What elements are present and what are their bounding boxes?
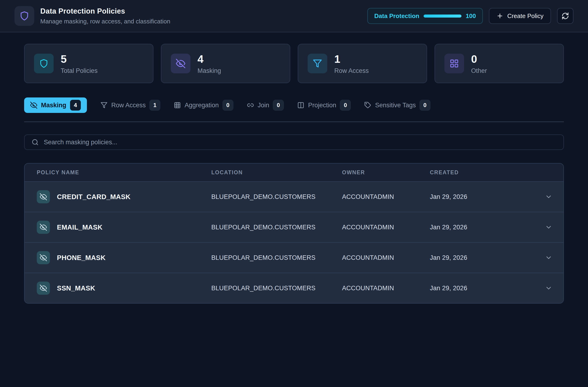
tag-icon xyxy=(364,102,371,109)
tab-count-badge: 0 xyxy=(340,100,351,110)
compliance-meter-fill xyxy=(423,15,462,18)
create-policy-label: Create Policy xyxy=(507,12,544,20)
tab-label: Join xyxy=(258,102,269,109)
tab-masking[interactable]: Masking 4 xyxy=(24,97,87,113)
column-owner: OWNER xyxy=(342,169,430,176)
chevron-down-icon[interactable] xyxy=(539,182,559,212)
tab-join[interactable]: Join 0 xyxy=(247,97,284,113)
stat-card-other: 0 Other xyxy=(435,44,564,83)
eye-off-icon xyxy=(171,54,190,73)
table-row[interactable]: PHONE_MASK BLUEPOLAR_DEMO.CUSTOMERS ACCO… xyxy=(25,242,563,273)
tab-label: Row Access xyxy=(111,102,146,109)
tab-sensitive-tags[interactable]: Sensitive Tags 0 xyxy=(364,97,430,113)
tab-row-access[interactable]: Row Access 1 xyxy=(101,97,160,113)
policy-created: Jan 29, 2026 xyxy=(430,254,539,261)
policy-owner: ACCOUNTADMIN xyxy=(342,193,430,200)
table-grid-icon xyxy=(174,102,181,109)
tab-projection[interactable]: Projection 0 xyxy=(297,97,351,113)
chevron-down-icon[interactable] xyxy=(539,273,559,303)
stat-card-row-access: 1 Row Access xyxy=(298,44,427,83)
eye-off-icon xyxy=(37,190,50,203)
policy-location: BLUEPOLAR_DEMO.CUSTOMERS xyxy=(211,193,342,200)
title-block: Data Protection Policies Manage masking,… xyxy=(40,7,170,25)
page-subtitle: Manage masking, row access, and classifi… xyxy=(40,18,170,25)
filter-icon xyxy=(101,102,107,109)
compliance-meter xyxy=(423,15,462,18)
search-bar xyxy=(24,134,564,150)
policy-name-cell: SSN_MASK xyxy=(37,281,211,295)
column-location: LOCATION xyxy=(211,169,342,176)
link-icon xyxy=(247,102,254,109)
eye-off-icon xyxy=(37,251,50,264)
stat-label: Masking xyxy=(197,67,221,74)
stat-label: Total Policies xyxy=(61,67,98,74)
tab-label: Masking xyxy=(41,102,66,109)
policy-name-cell: PHONE_MASK xyxy=(37,251,211,264)
chevron-down-icon[interactable] xyxy=(539,212,559,242)
policy-location: BLUEPOLAR_DEMO.CUSTOMERS xyxy=(211,254,342,261)
compliance-label: Data Protection xyxy=(374,12,419,20)
column-policy-name: POLICY NAME xyxy=(37,169,211,176)
eye-off-icon xyxy=(30,102,37,109)
table-row[interactable]: CREDIT_CARD_MASK BLUEPOLAR_DEMO.CUSTOMER… xyxy=(25,181,563,212)
create-policy-button[interactable]: Create Policy xyxy=(489,8,551,24)
policy-location: BLUEPOLAR_DEMO.CUSTOMERS xyxy=(211,285,342,292)
header: Data Protection Policies Manage masking,… xyxy=(0,0,588,32)
tab-count-badge: 1 xyxy=(149,100,160,110)
header-actions: Data Protection 100 Create Policy xyxy=(367,8,573,24)
policy-name: CREDIT_CARD_MASK xyxy=(57,193,130,201)
tabs-divider xyxy=(24,122,564,122)
search-input[interactable] xyxy=(44,139,556,146)
stat-value: 0 xyxy=(471,53,487,65)
grid-icon xyxy=(444,54,464,73)
stat-value: 5 xyxy=(61,53,98,65)
stat-label: Row Access xyxy=(334,67,369,74)
policy-owner: ACCOUNTADMIN xyxy=(342,285,430,292)
tab-label: Projection xyxy=(308,102,336,109)
tab-count-badge: 0 xyxy=(223,100,233,110)
page-title: Data Protection Policies xyxy=(40,7,170,16)
compliance-pill: Data Protection 100 xyxy=(367,8,483,24)
stat-text: 5 Total Policies xyxy=(61,53,98,74)
stats-grid: 5 Total Policies 4 Masking 1 xyxy=(24,44,564,83)
refresh-button[interactable] xyxy=(557,8,573,24)
stat-value: 4 xyxy=(197,53,221,65)
stat-card-total-policies: 5 Total Policies xyxy=(24,44,153,83)
stat-value: 1 xyxy=(334,53,369,65)
table-row[interactable]: EMAIL_MASK BLUEPOLAR_DEMO.CUSTOMERS ACCO… xyxy=(25,212,563,242)
policy-owner: ACCOUNTADMIN xyxy=(342,224,430,231)
chevron-down-icon[interactable] xyxy=(539,243,559,273)
table-header: POLICY NAME LOCATION OWNER CREATED xyxy=(25,164,563,181)
stat-text: 1 Row Access xyxy=(334,53,369,74)
tab-label: Aggregation xyxy=(185,102,219,109)
compliance-value: 100 xyxy=(466,12,476,20)
column-created: CREATED xyxy=(430,169,539,176)
table-row[interactable]: SSN_MASK BLUEPOLAR_DEMO.CUSTOMERS ACCOUN… xyxy=(25,273,563,303)
policy-name: SSN_MASK xyxy=(57,284,95,292)
policies-table: POLICY NAME LOCATION OWNER CREATED CREDI… xyxy=(24,163,564,304)
policy-name: PHONE_MASK xyxy=(57,254,106,262)
filter-icon xyxy=(308,54,327,73)
refresh-icon xyxy=(562,12,569,20)
policy-created: Jan 29, 2026 xyxy=(430,285,539,292)
policy-name: EMAIL_MASK xyxy=(57,223,103,231)
tab-aggregation[interactable]: Aggregation 0 xyxy=(174,97,233,113)
eye-off-icon xyxy=(37,281,50,295)
policy-owner: ACCOUNTADMIN xyxy=(342,254,430,261)
eye-off-icon xyxy=(37,221,50,234)
stat-card-masking: 4 Masking xyxy=(161,44,290,83)
policy-created: Jan 29, 2026 xyxy=(430,193,539,200)
tab-count-badge: 4 xyxy=(70,100,81,110)
shield-app-icon xyxy=(15,6,34,26)
columns-icon xyxy=(297,102,304,109)
stat-text: 0 Other xyxy=(471,53,487,74)
search-icon xyxy=(32,139,39,146)
tab-label: Sensitive Tags xyxy=(375,102,416,109)
policy-type-tabs: Masking 4 Row Access 1 Aggregation 0 xyxy=(24,97,564,113)
policy-created: Jan 29, 2026 xyxy=(430,224,539,231)
policy-name-cell: EMAIL_MASK xyxy=(37,221,211,234)
tab-count-badge: 0 xyxy=(420,100,430,110)
policy-name-cell: CREDIT_CARD_MASK xyxy=(37,190,211,203)
plus-icon xyxy=(496,12,504,20)
main-content: 5 Total Policies 4 Masking 1 xyxy=(0,32,588,304)
